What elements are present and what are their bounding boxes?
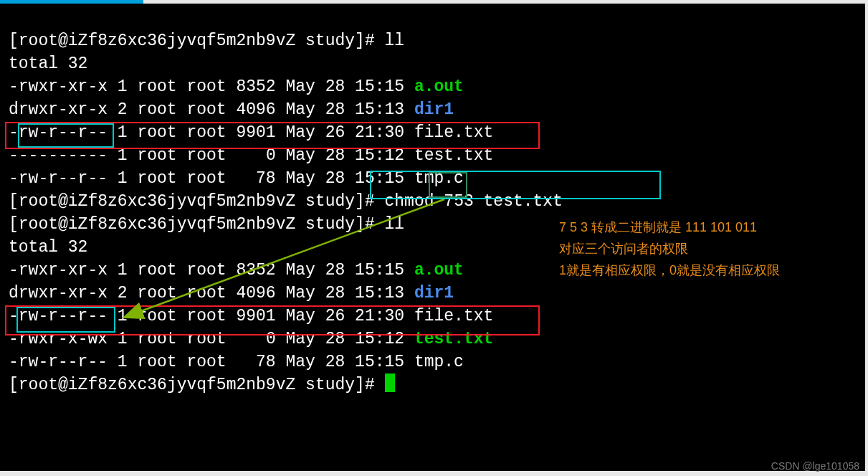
annot-line-1: 7 5 3 转成二进制就是 111 101 011 xyxy=(559,216,780,238)
ls1-row-3-pre: - xyxy=(9,146,19,165)
cmd-chmod-a: chmod xyxy=(385,192,444,211)
cmd-chmod-c: test.txt xyxy=(474,192,563,211)
prompt: [root@iZf8z6xc36jyvqf5m2nb9vZ study]# xyxy=(9,215,385,234)
cmd-ll-2: ll xyxy=(385,215,405,234)
annot-line-3: 1就是有相应权限，0就是没有相应权限 xyxy=(559,260,780,281)
watermark: CSDN @lge101058 xyxy=(771,460,859,472)
ls1-row-3-rest: 1 root root 0 May 28 15:12 test.txt xyxy=(108,146,493,165)
ls2-row-3-pre: - xyxy=(9,330,19,348)
ls1-row-2: -rw-r--r-- 1 root root 9901 May 26 21:30… xyxy=(9,123,493,142)
ls2-row-0: -rwxr-xr-x 1 root root 8352 May 28 15:15 xyxy=(9,261,414,280)
total-line-2: total 32 xyxy=(9,238,87,257)
dir-dir1-1: dir1 xyxy=(414,100,454,119)
ls2-row-3-perm: rwxr-x-wx xyxy=(19,330,108,348)
ls2-row-2: -rw-r--r-- 1 root root 9901 May 26 21:30… xyxy=(9,307,493,325)
file-testtxt-2: test.txt xyxy=(414,330,493,348)
ls2-row-4: -rw-r--r-- 1 root root 78 May 28 15:15 t… xyxy=(9,353,464,371)
total-line-1: total 32 xyxy=(9,54,87,73)
ls1-row-3-perm: --------- xyxy=(19,146,108,165)
file-aout-2: a.out xyxy=(414,261,464,280)
ls1-row-4: -rw-r--r-- 1 root root 78 May 28 15:15 t… xyxy=(9,169,464,188)
prompt: [root@iZf8z6xc36jyvqf5m2nb9vZ study]# xyxy=(9,376,385,394)
prompt: [root@iZf8z6xc36jyvqf5m2nb9vZ study]# xyxy=(9,32,385,50)
dir-dir1-2: dir1 xyxy=(414,284,454,303)
ls2-row-3-rest: 1 root root 0 May 28 15:12 xyxy=(108,330,414,348)
cmd-chmod-b: 753 xyxy=(444,192,473,211)
ls2-row-1: drwxr-xr-x 2 root root 4096 May 28 15:13 xyxy=(9,284,414,303)
file-aout-1: a.out xyxy=(414,77,464,96)
ls1-row-1: drwxr-xr-x 2 root root 4096 May 28 15:13 xyxy=(9,100,414,119)
cursor-block xyxy=(385,373,395,392)
ls1-row-0: -rwxr-xr-x 1 root root 8352 May 28 15:15 xyxy=(9,77,414,96)
cmd-ll-1: ll xyxy=(385,32,405,50)
prompt: [root@iZf8z6xc36jyvqf5m2nb9vZ study]# xyxy=(9,192,385,211)
annot-line-2: 对应三个访问者的权限 xyxy=(559,238,780,260)
annotation-text: 7 5 3 转成二进制就是 111 101 011 对应三个访问者的权限 1就是… xyxy=(559,216,780,281)
